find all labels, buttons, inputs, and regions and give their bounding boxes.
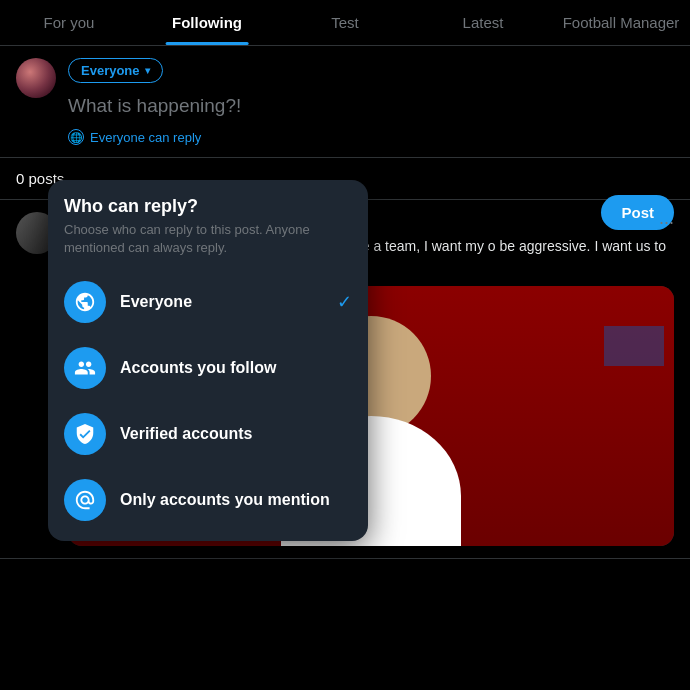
tab-bar: For you Following Test Latest Football M…	[0, 0, 690, 46]
reply-info[interactable]: 🌐 Everyone can reply	[68, 129, 674, 145]
dropdown-header: Who can reply? Choose who can reply to t…	[48, 196, 368, 269]
item-verified-label: Verified accounts	[120, 425, 253, 443]
feed-more-button[interactable]: ···	[659, 212, 674, 233]
at-icon	[64, 479, 106, 521]
dropdown-item-mention[interactable]: Only accounts you mention	[48, 467, 368, 533]
tab-following[interactable]: Following	[138, 0, 276, 45]
person-check-icon	[64, 347, 106, 389]
globe-icon	[64, 281, 106, 323]
dropdown-item-everyone[interactable]: Everyone ✓	[48, 269, 368, 335]
tab-latest[interactable]: Latest	[414, 0, 552, 45]
reply-info-label: Everyone can reply	[90, 130, 201, 145]
audience-label: Everyone	[81, 63, 140, 78]
compose-area: Everyone ▾ What is happening?! 🌐 Everyon…	[0, 46, 690, 158]
check-icon: ✓	[337, 291, 352, 313]
compose-right: Everyone ▾ What is happening?! 🌐 Everyon…	[68, 58, 674, 145]
dropdown-subtitle: Choose who can reply to this post. Anyon…	[64, 221, 352, 257]
avatar	[16, 58, 56, 98]
tab-for-you[interactable]: For you	[0, 0, 138, 45]
dropdown-title: Who can reply?	[64, 196, 352, 217]
item-mention-label: Only accounts you mention	[120, 491, 330, 509]
compose-placeholder[interactable]: What is happening?!	[68, 91, 674, 121]
audience-button[interactable]: Everyone ▾	[68, 58, 163, 83]
chevron-down-icon: ▾	[145, 65, 150, 76]
reply-dropdown: Who can reply? Choose who can reply to t…	[48, 180, 368, 541]
badge-check-icon	[64, 413, 106, 455]
tab-test[interactable]: Test	[276, 0, 414, 45]
dropdown-item-following[interactable]: Accounts you follow	[48, 335, 368, 401]
globe-icon: 🌐	[68, 129, 84, 145]
item-following-label: Accounts you follow	[120, 359, 276, 377]
banner-right	[604, 326, 664, 366]
tab-football-manager[interactable]: Football Manager	[552, 0, 690, 45]
dropdown-item-verified[interactable]: Verified accounts	[48, 401, 368, 467]
item-everyone-label: Everyone	[120, 293, 192, 311]
